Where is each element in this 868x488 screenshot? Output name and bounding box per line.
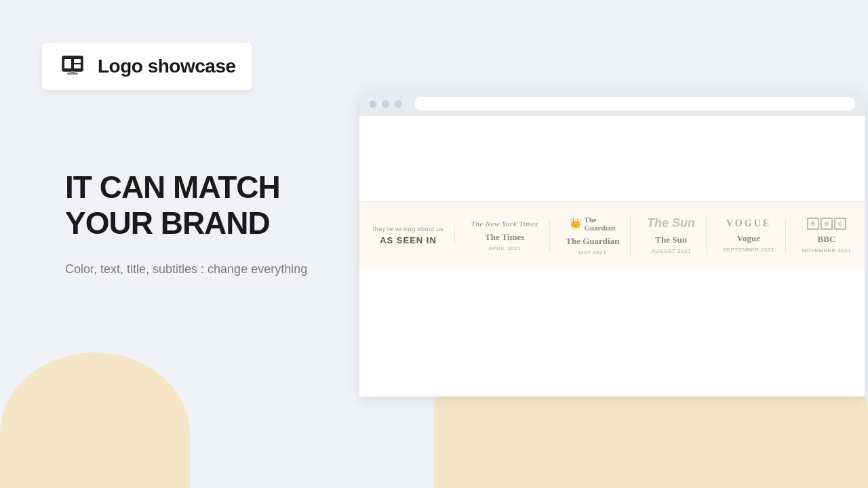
logo-item-guardian: 👑 TheGuardian The Guardian MAY 2021 [555,216,631,256]
svg-rect-1 [64,59,71,68]
svg-rect-2 [74,59,81,63]
browser-dot-green [395,100,402,108]
bbc-date: November 2021 [802,247,851,253]
logo-item-sun: The Sun The Sun AUGUST 2021 [636,216,707,254]
vogue-display-name: Vogue [737,233,760,244]
as-seen-main: AS SEEN IN [380,235,437,245]
sun-display-name: The Sun [655,235,687,245]
vogue-date: September 2021 [723,247,774,253]
logo-item-nyt: The New York Times The Times APRIL 2021 [460,220,550,251]
browser-bottom-section [359,269,865,396]
sub-text: Color, text, title, subtitles : change e… [65,260,307,279]
layout-icon [58,52,87,81]
main-heading: IT CAN MATCH YOUR BRAND [65,169,307,241]
blob-bottom-left [0,352,190,488]
browser-bar [359,92,865,116]
guardian-crown: 👑 [570,218,581,229]
badge-title: Logo showcase [98,56,236,77]
bbc-display-name: BBC [818,234,836,245]
nyt-display-name: The Times [485,232,524,243]
svg-rect-5 [71,71,75,73]
guardian-logo-img: 👑 TheGuardian [570,216,615,232]
browser-dot-red [369,100,376,108]
browser-top-section [359,116,865,201]
left-content: IT CAN MATCH YOUR BRAND Color, text, tit… [65,169,307,279]
guardian-display-name: The Guardian [566,236,619,247]
as-seen-label: they're writing about us AS SEEN IN [362,226,455,245]
nyt-date: APRIL 2021 [488,245,521,251]
browser-content: they're writing about us AS SEEN IN The … [359,116,865,396]
svg-rect-3 [74,64,81,68]
browser-dot-yellow [382,100,389,108]
browser-mockup: they're writing about us AS SEEN IN The … [359,92,865,396]
browser-url-bar [414,97,855,110]
sun-logo-text: The Sun [647,216,695,230]
logo-item-vogue: VOGUE Vogue September 2021 [712,218,786,253]
bbc-box-b1: B [807,218,819,230]
bbc-logo-boxes: B B C [807,218,846,230]
logo-strip: they're writing about us AS SEEN IN The … [359,201,865,269]
nyt-logo-text: The New York Times [471,220,538,228]
sun-date: AUGUST 2021 [651,248,691,254]
logo-item-bbc: B B C BBC November 2021 [791,218,862,253]
as-seen-sub: they're writing about us [373,226,443,232]
guardian-date: MAY 2021 [579,249,607,256]
vogue-logo-text: VOGUE [726,218,771,229]
bbc-box-c: C [834,218,846,230]
header-badge: Logo showcase [42,43,252,90]
bbc-box-b2: B [821,218,833,230]
